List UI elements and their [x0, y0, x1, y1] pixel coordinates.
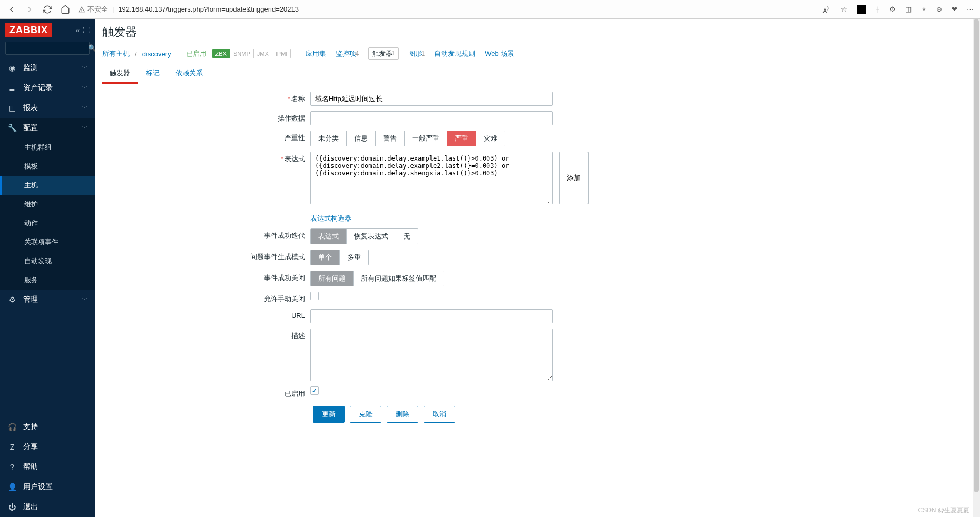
- tabs: 触发器标记依赖关系: [102, 64, 973, 84]
- submenu-item[interactable]: 维护: [0, 195, 95, 214]
- insecure-warning: 不安全: [78, 5, 108, 14]
- menu-label: 报表: [23, 103, 76, 113]
- breadcrumb-link[interactable]: 自动发现规则: [434, 49, 475, 57]
- submenu-item[interactable]: 主机: [0, 176, 95, 195]
- menu-icon: ?: [7, 463, 17, 471]
- sidebar-bottom-item[interactable]: Z分享: [0, 437, 95, 457]
- manual-close-checkbox[interactable]: [310, 292, 319, 300]
- label-problem-mode: 问题事件生成模式: [250, 253, 305, 261]
- menu-label: 配置: [23, 123, 76, 133]
- interface-badge: IPMI: [272, 49, 291, 58]
- segment-button[interactable]: 未分类: [311, 131, 347, 146]
- segment-button[interactable]: 所有问题如果标签值匹配: [354, 271, 444, 286]
- opdata-input[interactable]: [310, 111, 553, 125]
- expression-textarea[interactable]: [310, 152, 553, 204]
- submenu-item[interactable]: 关联项事件: [0, 233, 95, 252]
- name-input[interactable]: [310, 92, 553, 106]
- segment-button[interactable]: 无: [396, 229, 418, 244]
- submenu-item[interactable]: 服务: [0, 271, 95, 290]
- problem-mode-group: 单个多重: [310, 250, 369, 265]
- segment-button[interactable]: 警告: [376, 131, 405, 146]
- menu-icon: 🎧: [7, 423, 17, 431]
- ok-event-group: 表达式恢复表达式无: [310, 228, 418, 244]
- breadcrumb-link[interactable]: Web 场景: [485, 49, 514, 57]
- segment-button[interactable]: 严重: [447, 131, 476, 146]
- sidebar-bottom-item[interactable]: 👤用户设置: [0, 477, 95, 497]
- logo[interactable]: ZABBIX: [5, 23, 52, 37]
- menu-label: 帮助: [23, 462, 87, 472]
- severity-group: 未分类信息警告一般严重严重灾难: [310, 131, 505, 146]
- clone-button[interactable]: 克隆: [350, 406, 381, 423]
- tab[interactable]: 依赖关系: [168, 64, 210, 84]
- expand-icon[interactable]: ⛶: [83, 26, 90, 34]
- sidebar-item[interactable]: 🔧配置﹀: [0, 118, 95, 138]
- submenu-item[interactable]: 动作: [0, 214, 95, 233]
- menu-label: 分享: [23, 442, 87, 452]
- sidebar-item[interactable]: ◉监测﹀: [0, 58, 95, 78]
- breadcrumb: 所有主机 / discovery 已启用 ZBXSNMPJMXIPMI 应用集监…: [102, 47, 973, 60]
- sidebar-item[interactable]: ≣资产记录﹀: [0, 78, 95, 98]
- segment-button[interactable]: 表达式: [311, 229, 347, 244]
- segment-button[interactable]: 一般严重: [405, 131, 447, 146]
- label-ok-event: 事件成功迭代: [264, 232, 305, 240]
- segment-button[interactable]: 单个: [311, 250, 340, 265]
- cancel-button[interactable]: 取消: [424, 406, 455, 423]
- refresh-icon[interactable]: [42, 4, 53, 15]
- menu-icon: ◉: [7, 64, 17, 72]
- sidebar-bottom-item[interactable]: ⏻退出: [0, 497, 95, 517]
- forward-icon: [24, 4, 35, 15]
- menu-label: 资产记录: [23, 83, 76, 93]
- segment-button[interactable]: 信息: [347, 131, 376, 146]
- copilot-icon[interactable]: ⟊: [876, 5, 880, 13]
- expression-builder-link[interactable]: 表达式构造器: [310, 214, 351, 223]
- collections-icon[interactable]: ✧: [921, 5, 927, 13]
- app-icon[interactable]: [857, 5, 866, 14]
- sidebar-item[interactable]: ⚙管理﹀: [0, 290, 95, 310]
- sidebar-bottom-item[interactable]: ?帮助: [0, 457, 95, 477]
- breadcrumb-link[interactable]: 应用集: [306, 49, 326, 57]
- enabled-checkbox[interactable]: [310, 386, 319, 395]
- favorite-icon[interactable]: ☆: [841, 5, 847, 13]
- url-text[interactable]: 192.168.40.137/triggers.php?form=update&…: [118, 5, 299, 13]
- segment-button[interactable]: 灾难: [476, 131, 505, 146]
- collapse-icon[interactable]: «: [76, 26, 80, 34]
- breadcrumb-host[interactable]: discovery: [142, 50, 171, 58]
- sidebar-bottom-item[interactable]: 🎧支持: [0, 417, 95, 437]
- sidebar: ZABBIX « ⛶ 🔍 ◉监测﹀≣资产记录﹀▥报表﹀🔧配置﹀主机群组模板主机维…: [0, 19, 95, 517]
- menu-label: 用户设置: [23, 482, 87, 492]
- more-icon[interactable]: ⋯: [967, 5, 974, 13]
- submenu-item[interactable]: 自动发现: [0, 252, 95, 271]
- delete-button[interactable]: 删除: [387, 406, 418, 423]
- health-icon[interactable]: ❤: [952, 5, 957, 13]
- split-icon[interactable]: ◫: [905, 5, 912, 13]
- submenu-item[interactable]: 模板: [0, 157, 95, 176]
- label-enabled: 已启用: [285, 390, 305, 397]
- url-input[interactable]: [310, 309, 553, 323]
- segment-button[interactable]: 多重: [340, 250, 368, 265]
- menu-icon: ≣: [7, 84, 17, 92]
- chevron-down-icon: ﹀: [82, 296, 87, 303]
- label-severity: 严重性: [285, 134, 305, 142]
- segment-button[interactable]: 恢复表达式: [347, 229, 396, 244]
- tab[interactable]: 触发器: [102, 64, 138, 84]
- chevron-down-icon: ﹀: [82, 84, 87, 92]
- sync-icon[interactable]: ⊕: [936, 5, 942, 13]
- menu-icon: ⏻: [7, 503, 17, 511]
- interface-badge: SNMP: [230, 49, 254, 58]
- extensions-icon[interactable]: ⚙: [889, 5, 896, 13]
- text-size-icon[interactable]: A》: [823, 5, 831, 14]
- tab[interactable]: 标记: [139, 64, 167, 84]
- vertical-scrollbar[interactable]: [973, 19, 980, 517]
- sidebar-item[interactable]: ▥报表﹀: [0, 98, 95, 118]
- update-button[interactable]: 更新: [313, 406, 345, 423]
- segment-button[interactable]: 所有问题: [311, 271, 354, 286]
- breadcrumb-all-hosts[interactable]: 所有主机: [102, 49, 130, 58]
- search-input[interactable]: 🔍: [5, 42, 90, 55]
- menu-label: 退出: [23, 502, 87, 512]
- description-textarea[interactable]: [310, 329, 553, 381]
- back-icon[interactable]: [6, 4, 17, 15]
- add-button[interactable]: 添加: [559, 152, 589, 204]
- breadcrumb-link-active[interactable]: 触发器1: [368, 47, 399, 60]
- home-icon[interactable]: [60, 4, 71, 15]
- submenu-item[interactable]: 主机群组: [0, 138, 95, 157]
